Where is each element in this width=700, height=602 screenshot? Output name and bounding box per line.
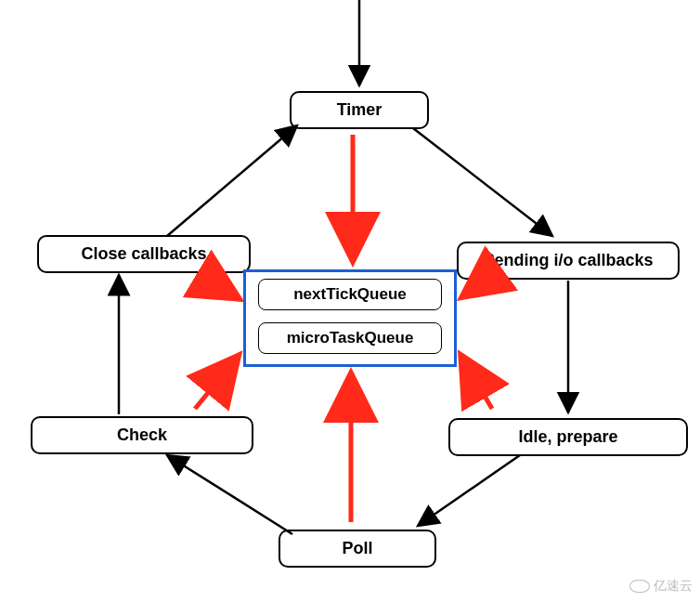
pending-io-node: Pending i/o callbacks bbox=[457, 242, 680, 280]
pending-io-label: Pending i/o callbacks bbox=[483, 251, 653, 269]
watermark: 亿速云 bbox=[629, 578, 693, 595]
arrow-poll-to-check bbox=[167, 455, 292, 534]
timer-label: Timer bbox=[337, 100, 382, 119]
idle-prepare-node: Idle, prepare bbox=[448, 418, 688, 456]
cloud-icon bbox=[629, 580, 650, 593]
micro-task-queue-label: microTaskQueue bbox=[287, 329, 414, 347]
check-label: Check bbox=[117, 425, 167, 444]
poll-node: Poll bbox=[279, 530, 436, 568]
red-arrow-from-idle bbox=[462, 358, 492, 409]
next-tick-queue-node: nextTickQueue bbox=[258, 279, 442, 310]
idle-prepare-label: Idle, prepare bbox=[518, 427, 617, 446]
arrow-close-to-timer bbox=[167, 125, 297, 236]
close-callbacks-label: Close callbacks bbox=[81, 244, 206, 263]
next-tick-queue-label: nextTickQueue bbox=[293, 285, 407, 303]
watermark-text: 亿速云 bbox=[654, 578, 693, 595]
check-node: Check bbox=[31, 416, 253, 454]
timer-node: Timer bbox=[290, 91, 429, 129]
poll-label: Poll bbox=[342, 539, 372, 557]
arrow-idle-to-poll bbox=[418, 455, 520, 526]
close-callbacks-node: Close callbacks bbox=[37, 235, 251, 273]
micro-task-queue-node: microTaskQueue bbox=[258, 322, 442, 354]
arrow-timer-to-pending bbox=[413, 128, 552, 236]
red-arrow-from-check bbox=[195, 358, 237, 409]
red-arrow-from-close bbox=[200, 275, 237, 297]
